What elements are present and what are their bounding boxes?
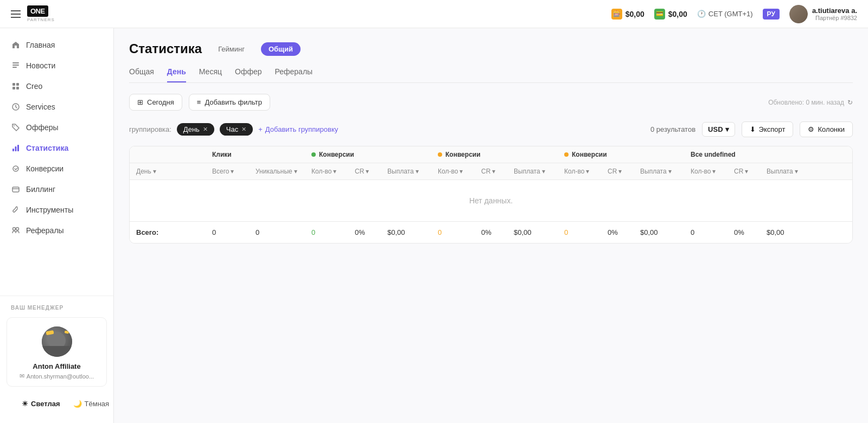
- sort-total-icon: ▾: [231, 168, 234, 175]
- add-filter-btn[interactable]: ≡ Добавить фильтр: [189, 94, 270, 111]
- tab-month[interactable]: Месяц: [199, 67, 222, 82]
- sidebar-item-billing-label: Биллинг: [26, 185, 55, 194]
- col-cr2[interactable]: CR ▾: [475, 163, 507, 180]
- settings-icon: ⚙: [808, 125, 814, 133]
- hamburger-menu[interactable]: [11, 10, 21, 18]
- today-filter-btn[interactable]: ⊞ Сегодня: [129, 94, 182, 111]
- total-label: Всего:: [130, 222, 206, 243]
- sidebar-item-offers[interactable]: Офферы: [0, 117, 113, 138]
- export-btn[interactable]: ⬇ Экспорт: [742, 121, 794, 137]
- col-qty2[interactable]: Кол-во ▾: [431, 163, 475, 180]
- today-filter-label: Сегодня: [147, 98, 174, 106]
- billing-icon: [11, 184, 21, 194]
- logo: ONE PARTNERS: [27, 5, 55, 22]
- remove-day-group-btn[interactable]: ✕: [203, 126, 208, 133]
- col-cr4[interactable]: CR ▾: [727, 163, 760, 180]
- sidebar: Главная Новости Creo Services: [0, 28, 114, 423]
- header-left: ONE PARTNERS: [11, 5, 55, 22]
- total-cell-6: 0%: [475, 222, 507, 243]
- header-right: 🎰 $0,00 💳 $0,00 🕐 CET (GMT+1) РУ a.tiuti…: [611, 5, 857, 23]
- grid-icon: ⊞: [137, 98, 143, 106]
- tab-day[interactable]: День: [167, 67, 186, 82]
- orange-dot-2: [564, 152, 569, 157]
- orange-dot-1: [438, 152, 442, 157]
- refresh-icon[interactable]: ↻: [847, 99, 853, 106]
- sidebar-item-conversions-label: Конверсии: [26, 164, 63, 173]
- export-label: Экспорт: [759, 125, 786, 133]
- col-pay1[interactable]: Выплата ▾: [381, 163, 431, 180]
- col-day[interactable]: День ▾: [130, 163, 206, 180]
- sidebar-item-referrals-label: Рефералы: [26, 226, 64, 235]
- remove-hour-group-btn[interactable]: ✕: [241, 126, 246, 133]
- sort-cr1-icon: ▾: [366, 168, 369, 175]
- total-cell-1: 0: [249, 222, 305, 243]
- news-icon: [11, 61, 21, 70]
- columns-btn[interactable]: ⚙ Колонки: [800, 121, 853, 137]
- email-icon: ✉: [20, 373, 24, 380]
- svg-point-15: [16, 228, 19, 230]
- user-role: Партнёр #9832: [812, 15, 857, 21]
- super-th-conversions-orange2: Конверсии: [558, 146, 684, 163]
- total-cell-7: $0,00: [507, 222, 558, 243]
- language-switcher[interactable]: РУ: [763, 9, 780, 20]
- conversions-orange2-label: Конверсии: [572, 151, 607, 158]
- tab-general[interactable]: Общий: [261, 42, 301, 56]
- tab-referrals[interactable]: Рефералы: [275, 67, 313, 82]
- tab-overall[interactable]: Общая: [129, 67, 154, 82]
- col-total[interactable]: Всего ▾: [206, 163, 249, 180]
- undefined-header-label: Все undefined: [691, 151, 736, 158]
- chevron-down-icon: ▾: [725, 125, 729, 133]
- svg-rect-13: [12, 187, 19, 192]
- page-header: Статистика Гейминг Общий: [129, 41, 853, 56]
- user-menu[interactable]: a.tiutiareva a. Партнёр #9832: [789, 5, 857, 23]
- sidebar-item-billing[interactable]: Биллинг: [0, 179, 113, 200]
- col-pay4[interactable]: Выплата ▾: [760, 163, 810, 180]
- group-tag-hour: Час ✕: [220, 123, 253, 136]
- col-qty3[interactable]: Кол-во ▾: [558, 163, 601, 180]
- col-cr3[interactable]: CR ▾: [601, 163, 634, 180]
- col-qty1[interactable]: Кол-во ▾: [305, 163, 348, 180]
- tab-gaming[interactable]: Гейминг: [210, 42, 252, 56]
- svg-point-12: [13, 166, 18, 171]
- group-day-label: День: [183, 125, 200, 133]
- timezone-display: 🕐 CET (GMT+1): [697, 10, 753, 18]
- offers-icon: [11, 123, 21, 132]
- balance-card: 💳 $0,00: [654, 9, 687, 20]
- col-pay3[interactable]: Выплата ▾: [634, 163, 684, 180]
- svg-rect-0: [12, 62, 19, 63]
- sidebar-item-home[interactable]: Главная: [0, 35, 113, 55]
- balance-wallet-value: $0,00: [626, 10, 644, 18]
- tab-offer[interactable]: Оффер: [235, 67, 262, 82]
- theme-light-btn[interactable]: ☀ Светлая: [17, 398, 65, 410]
- logo-sub: PARTNERS: [27, 17, 55, 22]
- sidebar-item-tools[interactable]: Инструменты: [0, 200, 113, 220]
- col-cr1[interactable]: CR ▾: [348, 163, 381, 180]
- sidebar-item-news[interactable]: Новости: [0, 55, 113, 76]
- svg-rect-11: [17, 145, 19, 151]
- currency-select[interactable]: USD ▾: [702, 122, 735, 137]
- add-group-btn[interactable]: + Добавить группировку: [258, 125, 338, 133]
- download-icon: ⬇: [750, 125, 756, 133]
- total-cell-8: 0: [558, 222, 601, 243]
- col-unique[interactable]: Уникальные ▾: [249, 163, 305, 180]
- conversions-icon: [11, 164, 21, 174]
- manager-card: Anton Affiliate ✉ Anton.shyrman@outloo..…: [7, 317, 107, 387]
- theme-dark-btn[interactable]: 🌙 Тёмная: [69, 398, 114, 410]
- sidebar-item-creo[interactable]: Creo: [0, 76, 113, 97]
- super-th-conversions-green: Конверсии: [305, 146, 431, 163]
- sidebar-item-conversions[interactable]: Конверсии: [0, 158, 113, 179]
- sidebar-item-stats[interactable]: Статистика: [0, 138, 113, 158]
- svg-rect-2: [12, 67, 17, 68]
- sidebar-item-services-label: Services: [26, 102, 55, 111]
- col-pay2[interactable]: Выплата ▾: [507, 163, 558, 180]
- sun-icon: ☀: [22, 400, 28, 408]
- super-th-clicks: Клики: [206, 146, 305, 163]
- col-qty4[interactable]: Кол-во ▾: [684, 163, 727, 180]
- sort-qty2-icon: ▾: [459, 168, 463, 175]
- sidebar-item-referrals[interactable]: Рефералы: [0, 220, 113, 241]
- manager-avatar: [42, 326, 72, 357]
- card-icon: 💳: [654, 9, 665, 20]
- sidebar-item-services[interactable]: Services: [0, 97, 113, 117]
- logo-text: ONE: [27, 5, 48, 17]
- page-title: Статистика: [129, 41, 202, 56]
